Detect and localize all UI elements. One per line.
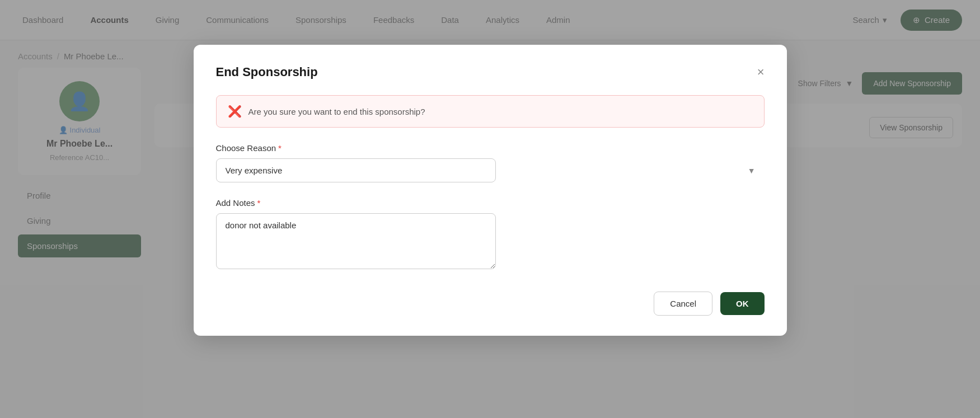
- warning-icon: ❌: [228, 105, 242, 118]
- warning-banner: ❌ Are you sure you want to end this spon…: [216, 95, 765, 128]
- notes-textarea[interactable]: donor not available: [216, 213, 496, 269]
- reason-select-wrapper: Very expensive Donor not available Other…: [216, 158, 765, 182]
- warning-text: Are you sure you want to end this sponso…: [248, 107, 425, 116]
- ok-button[interactable]: OK: [720, 292, 765, 315]
- modal-close-button[interactable]: ×: [757, 66, 765, 78]
- app-background: Dashboard Accounts Giving Communications…: [0, 0, 980, 418]
- cancel-button[interactable]: Cancel: [654, 292, 712, 316]
- add-notes-field: Add Notes * donor not available: [216, 198, 765, 271]
- end-sponsorship-modal: End Sponsorship × ❌ Are you sure you wan…: [194, 45, 787, 336]
- required-star-notes: *: [257, 198, 261, 208]
- required-star-reason: *: [278, 143, 282, 153]
- modal-title: End Sponsorship: [216, 65, 318, 79]
- choose-reason-field: Choose Reason * Very expensive Donor not…: [216, 143, 765, 182]
- select-chevron-icon: ▼: [748, 166, 756, 175]
- reason-select[interactable]: Very expensive Donor not available Other: [216, 158, 496, 182]
- modal-footer: Cancel OK: [216, 292, 765, 316]
- choose-reason-label: Choose Reason *: [216, 143, 765, 153]
- modal-overlay: End Sponsorship × ❌ Are you sure you wan…: [0, 0, 980, 418]
- modal-header: End Sponsorship ×: [216, 65, 765, 79]
- add-notes-label: Add Notes *: [216, 198, 765, 208]
